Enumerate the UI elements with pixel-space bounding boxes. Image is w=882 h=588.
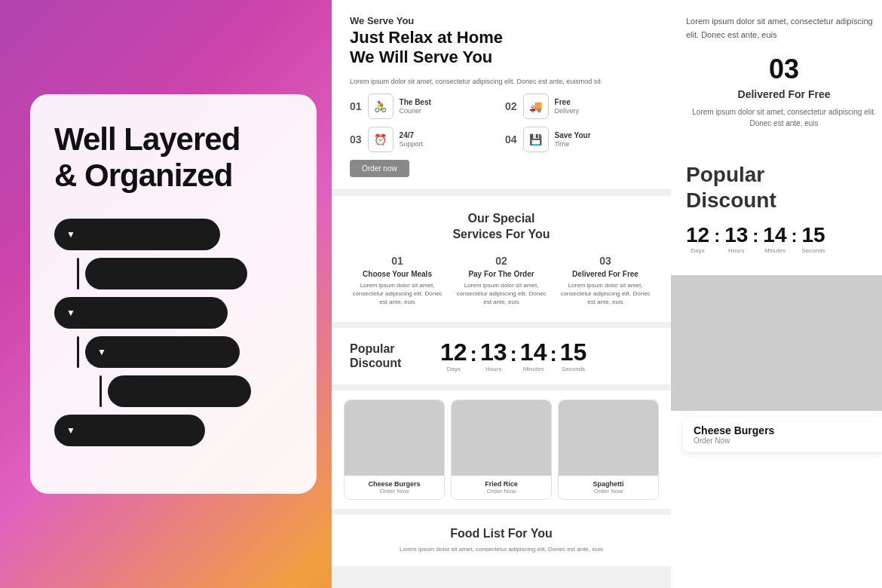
- hero-item-4: 04 💾 Save Your Time: [505, 127, 653, 152]
- right-discount-title: Popular Discount: [686, 162, 882, 213]
- left-panel: Well Layered & Organized ▼: [15, 23, 332, 565]
- sub-bar-2: [85, 258, 247, 289]
- hero-item-3: 03 ⏰ 24/7 Support: [350, 127, 498, 152]
- right-days-value: 12: [686, 225, 709, 246]
- card-title: Well Layered & Organized: [54, 121, 292, 194]
- mid-content[interactable]: We Serve You Just Relax at Home We Will …: [332, 0, 671, 588]
- right-seconds-value: 15: [801, 225, 825, 246]
- food-img-3: [559, 400, 658, 476]
- discount-title-line2: Discount: [350, 357, 401, 369]
- layer-bar-6: ▼: [54, 415, 205, 446]
- discount-title-line1: Popular: [350, 342, 395, 355]
- we-serve-text: We Serve You: [350, 15, 653, 26]
- service-item-3: 03 Delivered For Free Lorem ipsum dolor …: [558, 255, 653, 307]
- services-grid: 01 Choose Your Meals Lorem ipsum dolor s…: [350, 255, 653, 307]
- food-list-section: Food List For You Lorem ipsum dolor sit …: [332, 515, 671, 566]
- order-now-button[interactable]: Order now: [350, 160, 409, 177]
- food-img-1: [345, 400, 444, 476]
- seconds-label: Seconds: [562, 366, 585, 372]
- sep-2: :: [510, 342, 517, 372]
- right-minutes-label: Minutes: [764, 247, 786, 254]
- right-top: Lorem ipsum dolor sit amet, consectetur …: [671, 0, 882, 141]
- services-title: Our Special Services For You: [350, 211, 653, 243]
- right-food-cta: Order Now: [694, 436, 874, 445]
- hero-title-line2: We Will Serve You: [350, 47, 492, 66]
- card-title-line1: Well Layered: [54, 121, 240, 157]
- countdown-middle: 12 Days : 13 Hours : 14 Minutes :: [440, 340, 586, 372]
- services-title-line1: Our Special: [468, 212, 535, 225]
- minutes-label: Minutes: [523, 366, 544, 372]
- right-discount-line1: Popular: [686, 163, 764, 186]
- hero-section: We Serve You Just Relax at Home We Will …: [332, 0, 671, 190]
- food-card-1[interactable]: Cheese Burgers Order Now: [344, 400, 445, 500]
- sub-bar-5: [108, 375, 251, 407]
- days-value: 12: [440, 340, 467, 364]
- hero-title-line1: Just Relax at Home: [350, 28, 503, 47]
- minutes-item: 14 Minutes: [520, 340, 547, 372]
- support-icon: ⏰: [368, 127, 394, 152]
- right-seconds-label: Seconds: [801, 247, 825, 254]
- indent-line-4: [77, 336, 79, 368]
- middle-panel: We Serve You Just Relax at Home We Will …: [332, 0, 671, 588]
- layer-row-1: ▼: [54, 219, 292, 250]
- panels-container: Well Layered & Organized ▼: [0, 0, 882, 588]
- right-days: 12 Days: [686, 225, 709, 254]
- chevron-icon-6: ▼: [66, 425, 75, 436]
- layer-row-6: ▼: [54, 415, 292, 446]
- food-list-title: Food List For You: [350, 527, 653, 541]
- right-service-name: Delivered For Free: [686, 88, 882, 100]
- chevron-icon-3: ▼: [66, 308, 75, 318]
- right-service-desc: Lorem ipsum dolor sit amet, consectetur …: [686, 106, 882, 129]
- layers-section: ▼ ▼ ▼: [54, 219, 292, 446]
- right-discount-section: Popular Discount 12 Days : 13 Hours :: [671, 147, 882, 269]
- food-info-2: Fried Rice Order Now: [452, 476, 551, 499]
- minutes-value: 14: [520, 340, 547, 364]
- right-sep-1: :: [714, 225, 720, 254]
- layer-row-3: ▼: [54, 297, 292, 329]
- right-sep-3: :: [791, 225, 797, 254]
- sub-bar-4: ▼: [85, 336, 240, 368]
- card-title-line2: & Organized: [54, 158, 232, 193]
- food-img-2: [452, 400, 551, 476]
- days-label: Days: [447, 366, 461, 372]
- layer-row-5: [54, 375, 292, 407]
- right-countdown: 12 Days : 13 Hours : 14 Minutes :: [686, 225, 882, 254]
- layer-bar-3: ▼: [54, 297, 228, 329]
- services-section: Our Special Services For You 01 Choose Y…: [332, 196, 671, 321]
- indent-line-2: [77, 258, 79, 289]
- service-item-1: 01 Choose Your Meals Lorem ipsum dolor s…: [350, 255, 445, 307]
- right-intro-text: Lorem ipsum dolor sit amet, consectetur …: [686, 15, 882, 41]
- right-hours: 13 Hours: [724, 225, 748, 254]
- food-info-3: Spaghetti Order Now: [559, 476, 658, 499]
- chevron-icon-4: ▼: [97, 347, 106, 357]
- right-panel: Lorem ipsum dolor sit amet, consectetur …: [671, 0, 882, 588]
- right-minutes: 14 Minutes: [763, 225, 786, 254]
- hero-grid: 01 🚴 The Best Courier 02 🚚 Free Delivery: [350, 93, 653, 152]
- left-card: Well Layered & Organized ▼: [30, 94, 317, 494]
- hero-item-2: 02 🚚 Free Delivery: [505, 93, 653, 119]
- right-content[interactable]: Lorem ipsum dolor sit amet, consectetur …: [671, 0, 882, 588]
- right-food-overlay[interactable]: Cheese Burgers Order Now: [683, 417, 882, 452]
- seconds-item: 15 Seconds: [560, 340, 587, 372]
- hours-value: 13: [480, 340, 507, 364]
- right-days-label: Days: [691, 247, 704, 254]
- right-food-image: [671, 275, 882, 411]
- right-sep-2: :: [752, 225, 758, 254]
- services-title-line2: Services For You: [452, 228, 550, 240]
- seconds-value: 15: [560, 340, 587, 364]
- hours-item: 13 Hours: [480, 340, 507, 372]
- chevron-icon-1: ▼: [66, 229, 75, 240]
- discount-title: Popular Discount: [350, 341, 425, 370]
- food-section: Cheese Burgers Order Now Fried Rice Orde…: [332, 390, 671, 509]
- time-icon: 💾: [523, 127, 549, 152]
- food-card-2[interactable]: Fried Rice Order Now: [451, 400, 552, 500]
- sep-1: :: [470, 342, 477, 372]
- right-hours-value: 13: [724, 225, 748, 246]
- service-item-2: 02 Pay For The Order Lorem ipsum dolor s…: [454, 255, 549, 307]
- sep-3: :: [550, 342, 556, 372]
- food-card-3[interactable]: Spaghetti Order Now: [558, 400, 659, 500]
- hero-item-1: 01 🚴 The Best Courier: [350, 93, 498, 119]
- discount-section: Popular Discount 12 Days : 13 Hours :: [332, 328, 671, 384]
- layer-row-2: [54, 258, 292, 289]
- courier-icon: 🚴: [368, 93, 394, 119]
